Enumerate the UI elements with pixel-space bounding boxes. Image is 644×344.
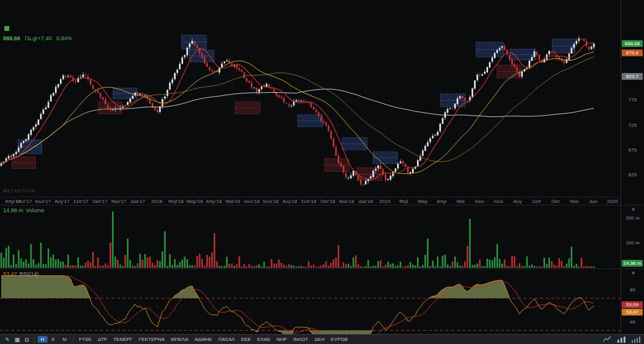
volume-badge: 14,98 m (622, 260, 643, 267)
toolbar-tickers: FTSEΔΤΡΤΕΝΕΡΓΓΕΚΤΕΡΝΑΜΠΕΛΑΑΔΜΗΕΠΑΣΑΛΕΕΕΕ… (76, 337, 351, 342)
toolbar-periods: ΗΕΜ (37, 336, 71, 343)
ticker-tab-ΠΑΣΑΛ[interactable]: ΠΑΣΑΛ (215, 337, 238, 342)
price-axis-label: 675 (622, 147, 643, 153)
ticker-tab-ΙΝΛΟΤ[interactable]: ΙΝΛΟΤ (290, 337, 311, 342)
trading-app: 888,68 ΓΔ.gr+7,40 0,84% METASTOCK 825775… (0, 0, 644, 344)
green-marker-icon[interactable] (4, 26, 9, 31)
time-axis-label: Απρ'18 (206, 199, 222, 204)
rsi-header-label: 53,47RSI(14) (3, 271, 39, 277)
ticker-tab-ΔΤΡ[interactable]: ΔΤΡ (95, 337, 110, 342)
time-axis-label: Ιουλ'17 (35, 199, 51, 204)
time-axis-label: Δεκ (590, 199, 598, 204)
volume-name-text: Volume (26, 207, 45, 213)
ticker-tab-ΜΠΕΛΑ[interactable]: ΜΠΕΛΑ (168, 337, 191, 342)
omega-tool-button[interactable]: Ω (22, 337, 32, 343)
time-axis-label: Σεπ (532, 199, 541, 204)
time-axis-label: Αυγ'17 (54, 199, 69, 204)
ticker-tab-ΕΥΡΩΒ[interactable]: ΕΥΡΩΒ (328, 337, 351, 342)
price-chart-panel: 888,68 ΓΔ.gr+7,40 0,84% METASTOCK 825775… (0, 0, 644, 197)
time-axis-label: Σεπ'18 (301, 199, 316, 204)
ticker-tab-ΓΕΚΤΕΡΝΑ[interactable]: ΓΕΚΤΕΡΝΑ (135, 337, 168, 342)
time-axis-label: Νοε (570, 199, 579, 204)
time-axis-label: 2020 (607, 199, 618, 204)
ticker-tab-ΝΗΡ[interactable]: ΝΗΡ (273, 337, 290, 342)
volume-axis-label: 200 m (622, 215, 643, 221)
time-axis-label: Αυγ (513, 199, 522, 204)
time-axis-label: Οκτ'17 (93, 199, 108, 204)
volume-chart-canvas[interactable] (0, 205, 644, 269)
ma-fast-badge: 870,4 (622, 49, 643, 56)
time-axis-label: Αυγ'18 (282, 199, 297, 204)
period-button-Ε[interactable]: Ε (49, 336, 58, 343)
period-button-Η[interactable]: Η (38, 336, 48, 343)
volume-panel: 14,98 mVolume 200 m100 m 14,98 m ✕ (0, 205, 644, 269)
metastock-watermark: METASTOCK (3, 189, 36, 193)
symbol-text: ΓΔ.gr (25, 35, 38, 41)
time-axis-label: 2019 (379, 199, 390, 204)
time-axis-label: Ιουλ (494, 199, 503, 204)
toolbar-right-icons (603, 336, 642, 343)
price-axis-label: 625 (622, 172, 643, 178)
period-button-Μ[interactable]: Μ (59, 336, 70, 343)
volume-value-text: 14,98 m (3, 207, 24, 213)
close-volume-icon[interactable]: ✕ (631, 207, 635, 213)
time-axis-label: Φεβ'18 (168, 199, 184, 204)
time-axis-label: Μαι (457, 199, 465, 204)
ticker-tab-ΕΧΑΕ[interactable]: ΕΧΑΕ (254, 337, 273, 342)
time-axis-label: Ιουν (475, 199, 484, 204)
ticker-tab-ΤΕΝΕΡΓ[interactable]: ΤΕΝΕΡΓ (110, 337, 135, 342)
time-axis-label: Μαρ (418, 199, 427, 204)
last-price-badge: 888,68 (622, 40, 643, 47)
price-axis-label: 775 (622, 97, 643, 103)
time-axis-label: Νοε'18 (339, 199, 354, 204)
time-axis[interactable]: Απρ'17Ιουν'17Ιουλ'17Αυγ'17Σεπ'17Οκτ'17Νο… (0, 197, 620, 205)
rsi-panel: 53,47RSI(14) 806040 53,09 53,47 ✕ (0, 269, 644, 334)
ticker-tab-ΔΕΗ[interactable]: ΔΕΗ (311, 337, 327, 342)
layout-grid-button[interactable]: ▦ (12, 337, 23, 343)
price-chart-canvas[interactable] (0, 0, 644, 197)
toolbar-separator (73, 337, 74, 343)
line-chart-icon[interactable] (603, 336, 612, 343)
change-pct-text: 0,84% (56, 35, 72, 41)
time-axis-label: Οκτ'18 (320, 199, 335, 204)
volume-header-label: 14,98 mVolume (3, 207, 45, 213)
rsi-value-badge: 53,47 (622, 309, 643, 316)
time-axis-label: Μαρ'18 (187, 199, 203, 204)
time-axis-label: Νοε'17 (111, 199, 126, 204)
time-axis-label: Φεβ (399, 199, 408, 204)
rsi-value-text: 53,47 (3, 271, 17, 277)
time-axis-label: Δεκ'17 (131, 199, 145, 204)
time-axis-label: Δεκ'18 (358, 199, 372, 204)
time-axis-label: Απρ (437, 199, 446, 204)
close-rsi-icon[interactable]: ✕ (631, 270, 635, 277)
time-axis-label: Σεπ'17 (74, 199, 88, 204)
price-axis-label: 725 (622, 123, 643, 128)
rsi-name-text: RSI(14) (20, 271, 39, 277)
toolbar-tools: ✎▦Ω (2, 337, 32, 343)
bar-chart-icon[interactable] (617, 336, 626, 343)
bottom-toolbar: ✎▦Ω ΗΕΜ FTSEΔΤΡΤΕΝΕΡΓΓΕΚΤΕΡΝΑΜΠΕΛΑΑΔΜΗΕΠ… (0, 334, 644, 344)
last-price-text: 888,68 (3, 35, 20, 41)
time-axis-label: Οκτ (551, 199, 559, 204)
rsi-axis-label: 40 (622, 319, 643, 325)
time-axis-label: Ιουν'18 (244, 199, 259, 204)
toolbar-separator (34, 337, 35, 343)
time-axis-label: Μαι'18 (226, 199, 241, 204)
change-text: +7,40 (38, 35, 52, 41)
rsi-axis-label: 80 (622, 287, 643, 293)
rsi-chart-canvas[interactable] (0, 269, 644, 335)
ticker-tab-FTSE[interactable]: FTSE (76, 337, 95, 342)
time-axis-label: Ιουν'17 (16, 199, 32, 204)
ticker-tab-ΑΔΜΗΕ[interactable]: ΑΔΜΗΕ (191, 337, 215, 342)
volume-axis-label: 100 m (622, 240, 643, 246)
draw-tool-button[interactable]: ✎ (2, 337, 12, 343)
ticker-tab-ΕΕΕ[interactable]: ΕΕΕ (238, 337, 254, 342)
ma-long-badge: 822,7 (622, 73, 643, 80)
column-chart-icon[interactable] (631, 336, 640, 343)
rsi-signal-badge: 53,09 (622, 301, 643, 308)
axis-separator (620, 0, 621, 334)
symbol-quote-label: 888,68 ΓΔ.gr+7,40 0,84% (3, 35, 72, 41)
time-axis-label: Ιουλ'18 (263, 199, 278, 204)
time-axis-label: 2018 (152, 199, 163, 204)
